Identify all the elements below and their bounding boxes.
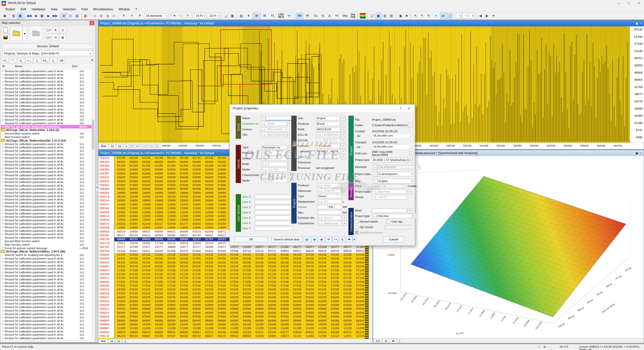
- hex-cell[interactable]: 00015: [140, 331, 152, 334]
- hex-cell[interactable]: 11200: [140, 327, 152, 330]
- hex-cell[interactable]: 02800: [127, 172, 140, 175]
- hex-cell[interactable]: 10158: [253, 334, 265, 338]
- hex-cell[interactable]: 08400: [203, 187, 215, 191]
- hex-cell[interactable]: 07600: [114, 315, 127, 318]
- browse-button-8-bit-sum[interactable]: ...: [409, 151, 414, 156]
- map-row[interactable]: ∗Struture for calibration parameters use…: [1, 187, 92, 191]
- hex-cell[interactable]: 11200: [114, 327, 127, 330]
- more-dropdown-icon[interactable]: ▾: [491, 13, 497, 19]
- new-map-button[interactable]: ▢+: [45, 34, 52, 41]
- input-read[interactable]: [372, 208, 407, 213]
- hex-cell[interactable]: 04260: [215, 222, 228, 226]
- hex-cell[interactable]: 61136: [341, 276, 353, 280]
- input-producer[interactable]: [317, 183, 342, 188]
- checkbox-noread-marker[interactable]: [355, 220, 358, 223]
- input-vin[interactable]: [260, 133, 287, 137]
- org-icon[interactable]: Org: [341, 13, 349, 19]
- web-download-icon[interactable]: ◉: [311, 236, 318, 242]
- map-row[interactable]: ∗Struture for calibration parameters use…: [1, 118, 92, 121]
- map-row[interactable]: ∗Struture for calibration parameters use…: [1, 181, 92, 184]
- hex-cell[interactable]: 07600: [203, 315, 215, 318]
- hex-cell[interactable]: 57336: [240, 280, 253, 284]
- hex-cell[interactable]: 08192: [177, 334, 190, 338]
- hex-cell[interactable]: 11000: [114, 203, 127, 206]
- map-row[interactable]: ∗Struture for calibration parameters use…: [1, 212, 92, 215]
- scrollbar-thumb[interactable]: [92, 119, 94, 150]
- hex-cell[interactable]: 11300: [353, 245, 366, 249]
- hex-cell[interactable]: 25977: [228, 245, 240, 249]
- search-maps-button[interactable]: ◎: [59, 26, 66, 33]
- hex-cell[interactable]: 04400: [215, 180, 228, 183]
- hex-cell[interactable]: 61136: [265, 276, 278, 280]
- hex-cell[interactable]: 03600: [253, 307, 265, 311]
- expand-button-transmission[interactable]: >: [342, 221, 347, 226]
- hex-cell[interactable]: 63336: [114, 292, 127, 295]
- hex-cell[interactable]: 57336: [190, 280, 203, 284]
- hex-cell[interactable]: 03600: [353, 307, 366, 311]
- input-model[interactable]: [261, 167, 288, 172]
- hex-cell[interactable]: 07600: [190, 315, 203, 318]
- hex-cell[interactable]: 57336: [127, 269, 140, 272]
- hex-cell[interactable]: 11100: [278, 245, 291, 249]
- hex-cell[interactable]: 03600: [190, 307, 203, 311]
- project-properties-icon[interactable]: ▦: [17, 13, 23, 19]
- hex-cell[interactable]: 57336: [291, 284, 303, 287]
- hex-cell[interactable]: 03600: [177, 176, 190, 179]
- hex-cell[interactable]: 26177: [265, 245, 278, 249]
- hex-cell[interactable]: 12900: [152, 214, 165, 218]
- binary-icon[interactable]: 111: [312, 13, 319, 19]
- hex-cell[interactable]: 56336: [152, 265, 165, 268]
- hex-cell[interactable]: 03600: [341, 307, 353, 311]
- hex-cell[interactable]: 02800: [203, 303, 215, 307]
- input-user-7[interactable]: [255, 226, 293, 231]
- hex-cell[interactable]: 12800: [215, 226, 228, 229]
- hex-cell[interactable]: 57336: [328, 284, 341, 287]
- hex-cell[interactable]: 03600: [240, 307, 253, 311]
- map-row[interactable]: ∗Struture for calibration parameters use…: [1, 312, 92, 316]
- hex-cell[interactable]: 02800: [114, 172, 127, 175]
- map-row[interactable]: ∗Struture for calibration parameters use…: [1, 160, 92, 163]
- hex-cell[interactable]: 57336: [353, 269, 366, 272]
- hex-cell[interactable]: 12000: [165, 211, 177, 214]
- filter-delta-icon[interactable]: Δ▾: [17, 58, 25, 63]
- graph-window-close-icon[interactable]: ×: [640, 22, 642, 25]
- hex-cell[interactable]: 08400: [152, 319, 165, 322]
- maximize-button[interactable]: □: [624, 0, 634, 7]
- hex-cell[interactable]: 01966: [127, 222, 140, 226]
- window-cascade-icon[interactable]: ❏: [369, 13, 375, 19]
- hex-cell[interactable]: 10700: [127, 245, 140, 249]
- hex-cell[interactable]: 03600: [114, 176, 127, 179]
- hex-cell[interactable]: 25877: [215, 245, 228, 249]
- map-list-icon[interactable]: ▤: [74, 13, 80, 19]
- hex-cell[interactable]: 64336: [240, 296, 253, 299]
- hex-tab-2d[interactable]: 2d: [108, 339, 115, 343]
- hex-cell[interactable]: 10900: [215, 199, 228, 202]
- hex-cell[interactable]: 55336: [328, 253, 341, 256]
- hex-cell[interactable]: 02000: [140, 300, 152, 303]
- hex-cell[interactable]: 56336: [253, 261, 265, 264]
- hex-cell[interactable]: 10000: [140, 191, 152, 195]
- hex-cell[interactable]: 61136: [152, 273, 165, 276]
- hexdump-row[interactable]: 5089FA6333663336633366333663336633366333…: [98, 292, 373, 295]
- hex-cell[interactable]: 63336: [328, 288, 341, 291]
- hex-cell[interactable]: 11200: [278, 327, 291, 330]
- decimal-icon[interactable]: 255: [296, 13, 303, 19]
- hex-cell[interactable]: 63336: [253, 292, 265, 295]
- hex-cell[interactable]: 02800: [316, 303, 328, 307]
- hex-cell[interactable]: 57336: [353, 284, 366, 287]
- pen-lock-icon[interactable]: ✎: [426, 13, 432, 19]
- hex-cell[interactable]: 64336: [165, 296, 177, 299]
- hex-cell[interactable]: 11200: [341, 327, 353, 330]
- hex-cell[interactable]: 63336: [190, 292, 203, 295]
- hex-cell[interactable]: 03600: [228, 307, 240, 311]
- power-icon[interactable]: ◉: [2, 13, 8, 19]
- hex-cell[interactable]: 56336: [215, 261, 228, 264]
- hex-cell[interactable]: 03600: [215, 176, 228, 179]
- hexdump-row[interactable]: 5089C86333663336633366333663336633366333…: [98, 288, 373, 291]
- hex-cell[interactable]: 00000: [114, 238, 127, 241]
- map-panel-header[interactable]: Map selection x: [0, 20, 95, 26]
- hex-cell[interactable]: 65508: [228, 249, 240, 253]
- hex-cell[interactable]: 11000: [240, 245, 253, 249]
- hex-cell[interactable]: 02800: [215, 172, 228, 175]
- hex-cell[interactable]: 02000: [316, 300, 328, 303]
